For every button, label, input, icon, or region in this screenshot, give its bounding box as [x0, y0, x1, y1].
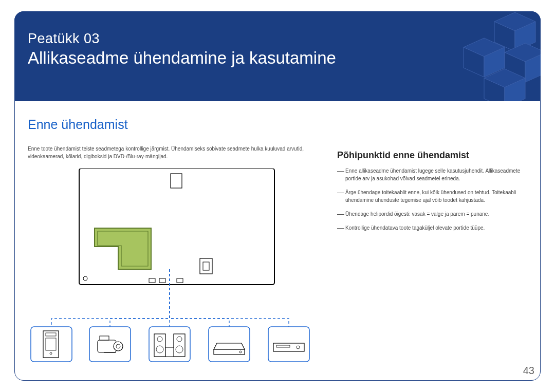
svg-rect-4: [149, 278, 155, 283]
bullet-dash-icon: ―: [337, 189, 345, 204]
svg-rect-1: [171, 174, 182, 188]
svg-rect-22: [174, 334, 185, 357]
svg-rect-27: [214, 349, 245, 354]
page: Peatükk 03 Allikaseadme ühendamine ja ka…: [0, 0, 555, 392]
bullet-list: ― Enne allikaseadme ühendamist lugege se…: [337, 167, 527, 238]
chapter-label: Peatükk 03: [28, 31, 100, 47]
svg-rect-6: [177, 278, 183, 283]
bullet-item: ― Enne allikaseadme ühendamist lugege se…: [337, 167, 527, 182]
bullet-dash-icon: ―: [337, 224, 345, 232]
display-back-icon: [79, 169, 274, 285]
bullet-dash-icon: ―: [337, 210, 345, 218]
settop-box-icon: [214, 343, 245, 354]
intro-paragraph: Enne toote ühendamist teiste seadmetega …: [28, 145, 316, 160]
svg-rect-2: [200, 258, 212, 274]
svg-rect-9: [43, 331, 59, 358]
svg-rect-25: [165, 347, 174, 357]
bullet-text: Ühendage helipordid õigesti: vasak = val…: [345, 210, 527, 218]
page-number: 43: [523, 365, 534, 377]
section-heading: Enne ühendamist: [28, 117, 128, 132]
svg-rect-17: [100, 336, 109, 340]
svg-point-15: [114, 342, 123, 351]
subsection-heading: Põhipunktid enne ühendamist: [337, 150, 469, 161]
disc-player-icon: [273, 343, 304, 351]
bullet-text: Ärge ühendage toitekaablit enne, kui kõi…: [345, 189, 527, 204]
pc-tower-icon: [43, 331, 59, 358]
svg-rect-5: [159, 278, 165, 283]
header-cubes-decoration: [407, 11, 541, 101]
bullet-text: Enne allikaseadme ühendamist lugege sell…: [345, 167, 527, 182]
connection-diagram: [28, 169, 321, 364]
svg-rect-19: [154, 334, 165, 357]
bullet-item: ― Kontrollige ühendatava toote tagakülje…: [337, 224, 527, 232]
bullet-item: ― Ühendage helipordid õigesti: vasak = v…: [337, 210, 527, 218]
bullet-text: Kontrollige ühendatava toote tagaküljel …: [345, 224, 527, 232]
bullet-item: ― Ärge ühendage toitekaablit enne, kui k…: [337, 189, 527, 204]
bullet-dash-icon: ―: [337, 167, 345, 182]
chapter-title: Allikaseadme ühendamine ja kasutamine: [28, 48, 336, 68]
